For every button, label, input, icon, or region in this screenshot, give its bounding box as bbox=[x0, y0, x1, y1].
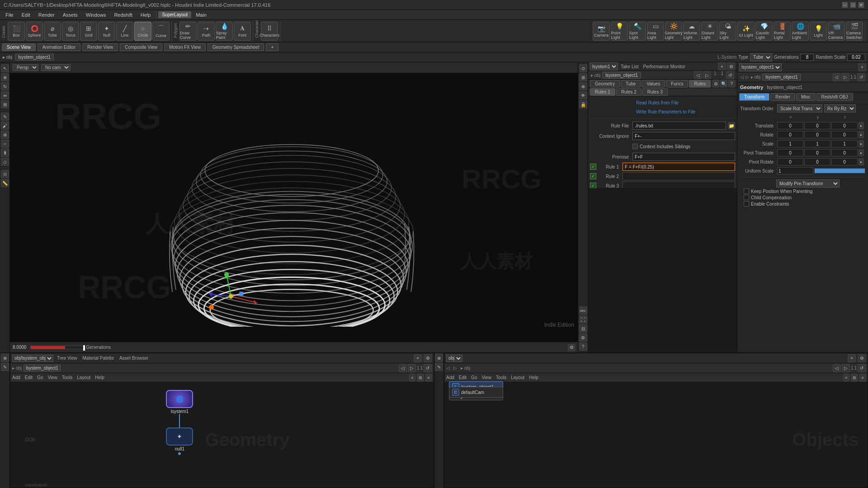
modify-pretransform-select[interactable]: Modify Pre-Transform bbox=[776, 179, 840, 188]
tool-box[interactable]: ⬛Box bbox=[8, 22, 25, 41]
rules1-tab[interactable]: Rules 1 bbox=[590, 88, 615, 96]
tool-spraypaint[interactable]: 💧Spray Paint bbox=[216, 22, 233, 41]
tool-torus[interactable]: ◎Torus bbox=[62, 22, 79, 41]
material-palette-tab[interactable]: Material Palette bbox=[80, 356, 115, 361]
scale-y[interactable] bbox=[804, 140, 830, 147]
tool-snap[interactable]: ⊙ bbox=[1, 170, 9, 178]
node-canvas-geometry[interactable]: Geometry -DOR -constraints 🌀 lsystem1 bbox=[10, 382, 434, 488]
pivot-t-keyframe[interactable]: ▸ bbox=[859, 149, 864, 156]
tab-animation-editor[interactable]: Animation Editor bbox=[38, 43, 80, 51]
lsystem-settings[interactable]: ⚙ bbox=[727, 62, 735, 70]
rt-snap-btn[interactable]: ⊙ bbox=[579, 64, 587, 72]
tool-pointlight[interactable]: 💡Point Light bbox=[611, 22, 628, 41]
rule2-check[interactable]: ✓ bbox=[590, 173, 596, 179]
tab-geometry-spreadsheet[interactable]: Geometry Spreadsheet bbox=[208, 43, 264, 51]
rules2-tab[interactable]: Rules 2 bbox=[616, 88, 642, 96]
tool-measure[interactable]: 📏 bbox=[1, 179, 9, 187]
tool-path[interactable]: ⇢Path bbox=[198, 22, 215, 41]
tool-grid[interactable]: ⊞Grid bbox=[80, 22, 97, 41]
rt-split-btn[interactable]: ⊟ bbox=[579, 324, 587, 333]
tool-edit[interactable]: ✎ bbox=[1, 113, 9, 121]
lsystem-nav-fwd[interactable]: ▷ bbox=[703, 71, 711, 79]
center-tool1[interactable]: ⊕ bbox=[435, 354, 443, 362]
menu-windows[interactable]: Windows bbox=[82, 11, 110, 19]
tool-causticlight[interactable]: 💎Caustic Light bbox=[755, 22, 773, 41]
tool-arealight[interactable]: ▭Area Light bbox=[647, 22, 664, 41]
transform-order-select[interactable]: Scale Rot Trans Trans Rot Scale bbox=[777, 104, 822, 113]
node-add-btn1[interactable]: Add bbox=[12, 375, 20, 380]
node-net-add-tab1[interactable]: + bbox=[414, 354, 422, 362]
node-edit-btn2[interactable]: Edit bbox=[459, 375, 467, 380]
node-network-geometry[interactable]: obj/lsystem_obj Tree View Material Palet… bbox=[10, 353, 434, 488]
tool-geomlight[interactable]: 🔆Geometry Light bbox=[665, 22, 682, 41]
node-help-btn2[interactable]: Help bbox=[529, 375, 538, 380]
node-view-btn1[interactable]: View bbox=[47, 375, 57, 380]
node-go-btn1[interactable]: Go bbox=[37, 375, 43, 380]
pivot-r-y[interactable] bbox=[804, 158, 830, 165]
translate-y[interactable] bbox=[804, 122, 830, 129]
tool-curve[interactable]: ⌒Curve bbox=[152, 22, 170, 41]
tool-ambientlight[interactable]: 🌐Ambient Light bbox=[792, 22, 809, 41]
tree-view-tab[interactable]: Tree View bbox=[55, 356, 79, 361]
tool-scale-tool[interactable]: ⇔ bbox=[1, 91, 9, 99]
rt-lock-btn[interactable]: 🔒 bbox=[579, 100, 587, 108]
tool-cameraswitcher[interactable]: 🎬Camera Switcher bbox=[846, 22, 863, 41]
node-nav4[interactable]: ▷ bbox=[842, 364, 850, 372]
tool-portallight[interactable]: 🚪Portal Light bbox=[774, 22, 791, 41]
node-net-settings2[interactable]: ⚙ bbox=[858, 354, 866, 362]
type-select[interactable]: Tube bbox=[750, 53, 772, 61]
tool-bevel[interactable]: ◇ bbox=[1, 158, 9, 166]
tool-vrcamera[interactable]: 📹VR Camera bbox=[828, 22, 845, 41]
premise-input[interactable] bbox=[632, 153, 735, 161]
rot-order-select[interactable]: Rx Ry Rz Rx Rz Ry bbox=[824, 104, 856, 113]
generations-input[interactable] bbox=[800, 54, 814, 61]
rotate-keyframe[interactable]: ▸ bbox=[859, 131, 864, 138]
scale-x[interactable] bbox=[777, 140, 803, 147]
pivot-t-x[interactable] bbox=[777, 149, 803, 156]
node-canvas-objects[interactable]: Objects G HFTA-Modeling00l-geo G backd bbox=[444, 382, 868, 488]
camera-select[interactable]: No cam bbox=[41, 64, 71, 71]
tool-special-chars[interactable]: ⠿Characters bbox=[261, 22, 278, 41]
tool-font[interactable]: 𝐀Font bbox=[234, 22, 251, 41]
node-layout-btn2[interactable]: Layout bbox=[511, 375, 524, 380]
lsystem-nav-back[interactable]: ◁ bbox=[694, 71, 702, 79]
tool-line[interactable]: ╱Line bbox=[116, 22, 133, 41]
node-add-btn2[interactable]: Add bbox=[446, 375, 454, 380]
tab-values[interactable]: Values bbox=[642, 80, 665, 88]
menu-redshift[interactable]: Redshift bbox=[110, 11, 136, 19]
rt-help-btn[interactable]: ? bbox=[579, 343, 587, 351]
rules3-tab[interactable]: Rules 3 bbox=[642, 88, 668, 96]
uniform-scale-input[interactable] bbox=[777, 167, 813, 174]
null1-node[interactable]: ✦ bbox=[166, 427, 193, 446]
rt-settings2-btn[interactable]: ⚙ bbox=[579, 333, 587, 342]
menu-assets[interactable]: Assets bbox=[59, 11, 81, 19]
viewport-canvas[interactable]: RRCG RRCG RRCG 人人素材 人人素材 bbox=[10, 73, 578, 342]
lsystem-session-select[interactable]: lsystem1 bbox=[590, 62, 618, 70]
props-nav-fwd[interactable]: ▷ bbox=[841, 73, 849, 81]
node-list2[interactable]: ≡ bbox=[859, 374, 866, 382]
pivot-r-z[interactable] bbox=[831, 158, 858, 165]
tool-gilight[interactable]: ✨GI Light bbox=[737, 22, 755, 41]
node-edit-btn1[interactable]: Edit bbox=[25, 375, 33, 380]
node-toggle2[interactable]: × bbox=[843, 374, 849, 382]
rotate-z[interactable] bbox=[831, 131, 858, 138]
random-scale-input[interactable] bbox=[847, 54, 865, 61]
tab-scene-view[interactable]: Scene View bbox=[2, 43, 36, 51]
tool-distantlight[interactable]: ☀Distant Light bbox=[701, 22, 718, 41]
scale-keyframe[interactable]: ▸ bbox=[859, 140, 864, 147]
node-net-session1[interactable]: obj/lsystem_obj bbox=[12, 355, 53, 362]
translate-z[interactable] bbox=[831, 122, 858, 129]
node-net-session2[interactable]: obj bbox=[446, 355, 462, 362]
lsystem-help2[interactable]: ? bbox=[728, 80, 735, 88]
lsystem-add-tab[interactable]: + bbox=[718, 62, 726, 70]
read-rules-btn[interactable]: Read Rules from File bbox=[632, 99, 682, 106]
tool-circle[interactable]: ○Circle bbox=[134, 22, 151, 41]
node-nav3[interactable]: ◁ bbox=[833, 364, 841, 372]
node-network-objects[interactable]: obj + ⚙ ◁ ▷ ▸ obj ◁ ▷ 1 1 ↺ bbox=[444, 353, 868, 488]
tool-skylight[interactable]: 🌤Sky Light bbox=[719, 22, 736, 41]
node-nav1[interactable]: ◁ bbox=[399, 364, 407, 372]
tab-redshift-obj[interactable]: Redshift OBJ bbox=[816, 93, 853, 101]
rotate-x[interactable] bbox=[777, 131, 803, 138]
node-grid1[interactable]: ⊞ bbox=[417, 374, 424, 382]
tool-rotate[interactable]: ↻ bbox=[1, 82, 9, 90]
